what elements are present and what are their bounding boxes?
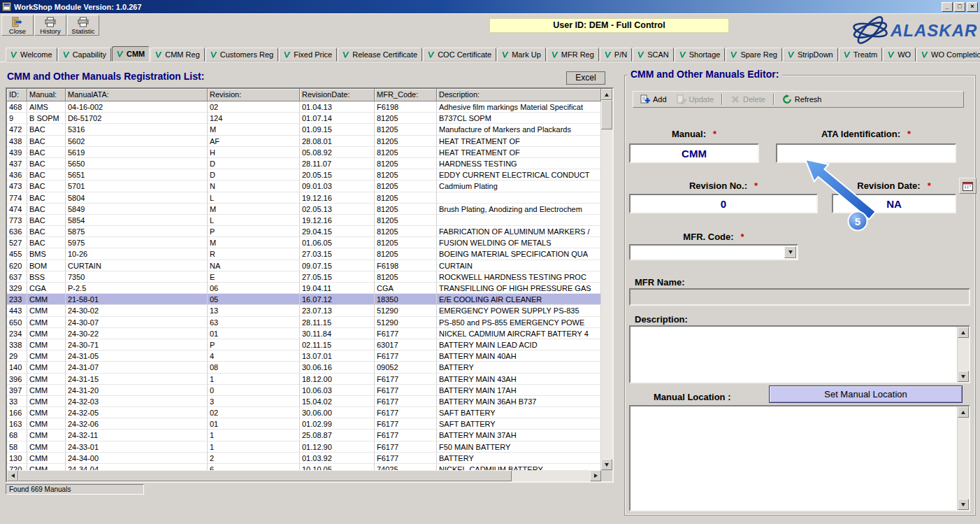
tab-label: CMM Reg [165, 50, 200, 59]
scroll-up-button[interactable] [958, 406, 969, 418]
close-window-button[interactable]: × [967, 2, 978, 12]
table-row[interactable]: 636BAC5875P29.04.1581205FABRICATION OF A… [7, 226, 601, 237]
column-header[interactable]: Revision: [208, 89, 300, 101]
table-row[interactable]: 396CMM24-31-15118.12.00F6177BATTERY MAIN… [7, 374, 601, 385]
tab-mark-up[interactable]: Mark Up [497, 48, 546, 62]
table-cell: 02.11.15 [300, 339, 375, 350]
scroll-down-button[interactable] [958, 371, 969, 382]
tab-spare-reg[interactable]: Spare Reg [726, 48, 782, 62]
table-row[interactable]: 33CMM24-32-03315.04.02F6177BATTERY MAIN … [7, 396, 601, 407]
table-row[interactable]: 329CGAP-2.50619.04.11CGATRANSFILLING OF … [7, 283, 601, 294]
tab-cmm-reg[interactable]: CMM Reg [150, 48, 205, 62]
table-row[interactable]: 338CMM24-30-71P02.11.1563017BATTERY MAIN… [7, 339, 601, 350]
table-row[interactable]: 397CMM24-31-20010.06.03F6177BATTERY MAIN… [7, 385, 601, 396]
mfr-code-dropdown[interactable] [629, 244, 798, 260]
column-header[interactable]: MFR_Code: [375, 89, 437, 101]
scroll-right-button[interactable] [590, 470, 601, 481]
table-row[interactable]: 637BSS7350E27.05.1581205ROCKWELL HARDNES… [7, 271, 601, 283]
calendar-button[interactable] [959, 178, 977, 194]
table-cell: 01.09.15 [300, 124, 375, 135]
scroll-down-button[interactable] [958, 499, 969, 510]
update-button[interactable]: Update [672, 93, 719, 106]
table-row[interactable]: 436BAC5651D20.05.1581205EDDY CURRENT ELE… [7, 169, 601, 180]
location-scrollbar[interactable] [957, 406, 969, 510]
table-row[interactable]: 438BAC5602AF28.08.0181205HEAT TREATMENT … [7, 136, 601, 147]
table-row[interactable]: 455BMS10-26R27.03.1581205BOEING MATERIAL… [7, 248, 601, 260]
tab-p-n[interactable]: P/N [600, 48, 632, 62]
scroll-up-button[interactable] [601, 89, 612, 100]
ata-identification-field[interactable] [776, 143, 956, 163]
refresh-button[interactable]: Refresh [777, 93, 827, 106]
column-header[interactable]: RevisionDate: [300, 89, 375, 101]
table-row[interactable]: 68CMM24-32-11125.08.87F6177BATTERY MAIN … [7, 430, 601, 441]
revision-date-field[interactable]: NA [832, 194, 956, 213]
history-button[interactable]: History [34, 15, 66, 36]
horizontal-scroll-thumb[interactable] [18, 470, 512, 481]
table-row[interactable]: 773BAC5854L19.12.1681205 [7, 215, 601, 226]
table-row[interactable]: 650CMM24-30-076328.11.1551290PS-850 and … [7, 317, 601, 328]
table-row[interactable]: 29CMM24-31-05413.07.01F6177BATTERY MAIN … [7, 350, 601, 362]
column-header[interactable]: Manual: [27, 89, 66, 101]
table-row[interactable]: 720CMM24-34-04610.10.0574025NICKEL-CADMI… [7, 464, 601, 470]
revision-no-field[interactable]: 0 [629, 194, 818, 213]
tab-customers-reg[interactable]: Customers Reg [206, 48, 278, 62]
description-textarea[interactable] [629, 325, 970, 383]
tab-cmm[interactable]: CMM [112, 46, 150, 62]
tab-coc-certificate[interactable]: COC Certificate [423, 48, 496, 62]
table-row[interactable]: 443CMM24-30-021323.07.1351290EMERGENCY P… [7, 305, 601, 316]
restore-button[interactable]: □ [954, 2, 965, 12]
tab-fixed-price[interactable]: Fixed Price [279, 48, 337, 62]
scroll-up-button[interactable] [958, 327, 969, 338]
minimize-button[interactable]: _ [942, 2, 953, 12]
column-header[interactable]: ManualATA: [66, 89, 208, 101]
tab-wo[interactable]: WO [883, 48, 916, 62]
table-row[interactable]: 130CMM24-34-00201.03.92F6177BATTERY [7, 453, 601, 464]
manual-field[interactable]: CMM [629, 143, 759, 163]
scroll-down-button[interactable] [601, 459, 612, 470]
manual-location-textarea[interactable] [629, 405, 970, 511]
table-row[interactable]: 473BAC5701N09.01.0381205Cadmium Plating [7, 180, 601, 192]
table-row[interactable]: 527BAC5975M01.06.0581205FUSION WELDING O… [7, 237, 601, 248]
table-row[interactable]: 774BAC5804L19.12.1681205 [7, 192, 601, 204]
vertical-scrollbar[interactable] [601, 89, 612, 470]
table-row[interactable]: 163CMM24-32-060101.02.99F6177SAFT BATTER… [7, 418, 601, 430]
tab-capability[interactable]: Capability [58, 48, 111, 62]
table-row[interactable]: 140CMM24-31-070830.06.1609052BATTERY [7, 362, 601, 373]
table-row[interactable]: 620BOMCURTAINNA09.07.15F6198CURTAIN [7, 260, 601, 271]
vertical-scroll-thumb[interactable] [601, 100, 612, 129]
table-row[interactable]: 233CMM21-58-010516.07.1218350E/E COOLING… [7, 294, 601, 305]
tab-shortage[interactable]: Shortage [675, 48, 726, 62]
table-row[interactable]: 166CMM24-32-050230.06.00F6177SAFT BATTER… [7, 407, 601, 418]
table-row[interactable]: 234CMM24-30-220130.11.84F6177NICKEL CADM… [7, 328, 601, 339]
statistic-button[interactable]: Statistic [67, 15, 99, 36]
column-header[interactable]: ID: [7, 89, 27, 101]
tab-mfr-reg[interactable]: MFR Reg [547, 48, 599, 62]
tab-stripdown[interactable]: StripDown [783, 48, 838, 62]
table-cell: Brush Plating, Anodizing and Electrochem [437, 204, 601, 215]
set-manual-location-button[interactable]: Set Manual Location [769, 385, 963, 403]
add-button[interactable]: Add [635, 93, 672, 106]
tab-welcome[interactable]: Welcome [6, 48, 57, 62]
tab-wo-completion[interactable]: WO Completion [916, 48, 980, 62]
table-row[interactable]: 472BAC5316M01.09.1581205Manufacture of M… [7, 124, 601, 135]
table-row[interactable]: 474BAC5849M02.05.1381205Brush Plating, A… [7, 204, 601, 215]
tab-treatm[interactable]: Treatm [839, 48, 882, 62]
close-button[interactable]: Close [1, 15, 34, 36]
description-scrollbar[interactable] [957, 327, 969, 382]
table-cell: NA [208, 260, 300, 271]
table-row[interactable]: 9B SOPMD6-5170212401.07.1481205B737CL SO… [7, 113, 601, 124]
table-cell: 16.07.12 [300, 294, 375, 305]
table-row[interactable]: 58CMM24-33-01101.12.90F6177F50 MAIN BATT… [7, 441, 601, 453]
scroll-left-button[interactable] [7, 470, 18, 481]
column-header[interactable]: Description: [437, 89, 601, 101]
tab-release-certificate[interactable]: Release Certificate [338, 48, 422, 62]
horizontal-scrollbar[interactable] [7, 470, 601, 481]
alaskar-logo: ALASKAR [851, 15, 980, 45]
dropdown-arrow-button[interactable] [784, 246, 796, 258]
table-row[interactable]: 439BAC5619H05.08.9281205HEAT TREATMENT O… [7, 147, 601, 158]
excel-export-button[interactable]: Excel [566, 71, 605, 85]
table-row[interactable]: 437BAC5650D28.11.0781205HARDNESS TESTING [7, 158, 601, 169]
tab-scan[interactable]: SCAN [633, 48, 674, 62]
table-row[interactable]: 468AIMS04-16-0020201.04.13F6198Adhesive … [7, 101, 601, 113]
delete-button[interactable]: Delete [726, 93, 770, 106]
